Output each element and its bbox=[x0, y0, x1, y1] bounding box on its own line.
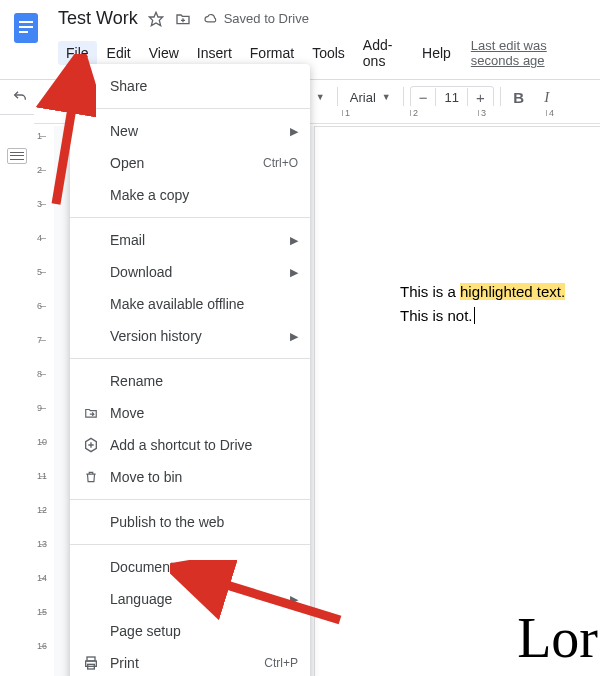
svg-marker-4 bbox=[149, 12, 162, 25]
label: Rename bbox=[110, 373, 163, 389]
label: Email bbox=[110, 232, 145, 248]
separator bbox=[70, 544, 310, 545]
menu-help[interactable]: Help bbox=[414, 41, 459, 65]
label: Open bbox=[110, 155, 144, 171]
label: New bbox=[110, 123, 138, 139]
document-title[interactable]: Test Work bbox=[58, 8, 138, 29]
label: Add a shortcut to Drive bbox=[110, 437, 252, 453]
menu-version-history[interactable]: Version history▶ bbox=[70, 320, 310, 352]
menu-file[interactable]: File bbox=[58, 41, 97, 65]
separator bbox=[70, 217, 310, 218]
font-dropdown[interactable]: Arial▼ bbox=[344, 88, 397, 107]
outline-toggle-icon[interactable] bbox=[7, 148, 27, 164]
save-status-text: Saved to Drive bbox=[224, 11, 309, 26]
text-cursor bbox=[473, 307, 475, 324]
menu-tools[interactable]: Tools bbox=[304, 41, 353, 65]
shortcut: Ctrl+P bbox=[264, 656, 298, 670]
label: Publish to the web bbox=[110, 514, 224, 530]
shortcut-icon bbox=[82, 437, 100, 453]
menu-share[interactable]: Share bbox=[70, 70, 310, 102]
font-size-plus[interactable]: + bbox=[468, 87, 493, 108]
docs-logo[interactable] bbox=[8, 10, 44, 46]
label: Document details bbox=[110, 559, 218, 575]
menu-download[interactable]: Download▶ bbox=[70, 256, 310, 288]
label: Download bbox=[110, 264, 172, 280]
submenu-arrow-icon: ▶ bbox=[290, 266, 298, 279]
label: Share bbox=[110, 78, 147, 94]
submenu-arrow-icon: ▶ bbox=[290, 593, 298, 606]
svg-rect-3 bbox=[19, 31, 28, 33]
font-label: Arial bbox=[350, 90, 376, 105]
menu-email[interactable]: Email▶ bbox=[70, 224, 310, 256]
trash-icon bbox=[82, 469, 100, 485]
label: Make available offline bbox=[110, 296, 244, 312]
caret-down-icon: ▼ bbox=[382, 92, 391, 102]
menu-document-details[interactable]: Document details bbox=[70, 551, 310, 583]
separator bbox=[70, 108, 310, 109]
label: Move to bin bbox=[110, 469, 182, 485]
star-icon[interactable] bbox=[148, 11, 164, 27]
separator bbox=[70, 358, 310, 359]
caret-down-icon: ▼ bbox=[316, 92, 325, 102]
menu-view[interactable]: View bbox=[141, 41, 187, 65]
save-status: Saved to Drive bbox=[202, 11, 309, 26]
label: Language bbox=[110, 591, 172, 607]
menu-new[interactable]: New▶ bbox=[70, 115, 310, 147]
menu-edit[interactable]: Edit bbox=[99, 41, 139, 65]
watermark-text: Lor bbox=[517, 606, 598, 670]
menu-make-copy[interactable]: Make a copy bbox=[70, 179, 310, 211]
document-body[interactable]: This is a highlighted text. This is not. bbox=[400, 280, 565, 328]
menu-insert[interactable]: Insert bbox=[189, 41, 240, 65]
text-plain: This is a bbox=[400, 283, 460, 300]
text-highlighted: highlighted text. bbox=[460, 283, 565, 300]
move-folder-icon[interactable] bbox=[174, 11, 192, 27]
menu-move[interactable]: Move bbox=[70, 397, 310, 429]
menu-move-to-bin[interactable]: Move to bin bbox=[70, 461, 310, 493]
font-size-value[interactable]: 11 bbox=[435, 88, 467, 107]
menu-publish[interactable]: Publish to the web bbox=[70, 506, 310, 538]
menu-offline[interactable]: Make available offline bbox=[70, 288, 310, 320]
menu-page-setup[interactable]: Page setup bbox=[70, 615, 310, 647]
separator bbox=[500, 87, 501, 107]
file-menu-dropdown: Share New▶ OpenCtrl+O Make a copy Email▶… bbox=[70, 64, 310, 676]
text-plain: This is not. bbox=[400, 307, 473, 324]
menu-rename[interactable]: Rename bbox=[70, 365, 310, 397]
svg-rect-1 bbox=[19, 21, 33, 23]
print-icon bbox=[82, 655, 100, 671]
svg-rect-2 bbox=[19, 26, 33, 28]
menu-add-shortcut[interactable]: Add a shortcut to Drive bbox=[70, 429, 310, 461]
separator bbox=[403, 87, 404, 107]
menu-addons[interactable]: Add-ons bbox=[355, 33, 412, 73]
move-icon bbox=[82, 406, 100, 420]
menu-open[interactable]: OpenCtrl+O bbox=[70, 147, 310, 179]
separator bbox=[70, 499, 310, 500]
font-size-minus[interactable]: − bbox=[411, 87, 436, 108]
label: Move bbox=[110, 405, 144, 421]
submenu-arrow-icon: ▶ bbox=[290, 125, 298, 138]
label: Version history bbox=[110, 328, 202, 344]
shortcut: Ctrl+O bbox=[263, 156, 298, 170]
separator bbox=[337, 87, 338, 107]
menu-print[interactable]: PrintCtrl+P bbox=[70, 647, 310, 676]
menu-format[interactable]: Format bbox=[242, 41, 302, 65]
label: Print bbox=[110, 655, 139, 671]
last-edit-link[interactable]: Last edit was seconds age bbox=[471, 38, 592, 68]
label: Page setup bbox=[110, 623, 181, 639]
label: Make a copy bbox=[110, 187, 189, 203]
document-page[interactable] bbox=[314, 126, 600, 676]
submenu-arrow-icon: ▶ bbox=[290, 330, 298, 343]
menu-language[interactable]: Language▶ bbox=[70, 583, 310, 615]
submenu-arrow-icon: ▶ bbox=[290, 234, 298, 247]
